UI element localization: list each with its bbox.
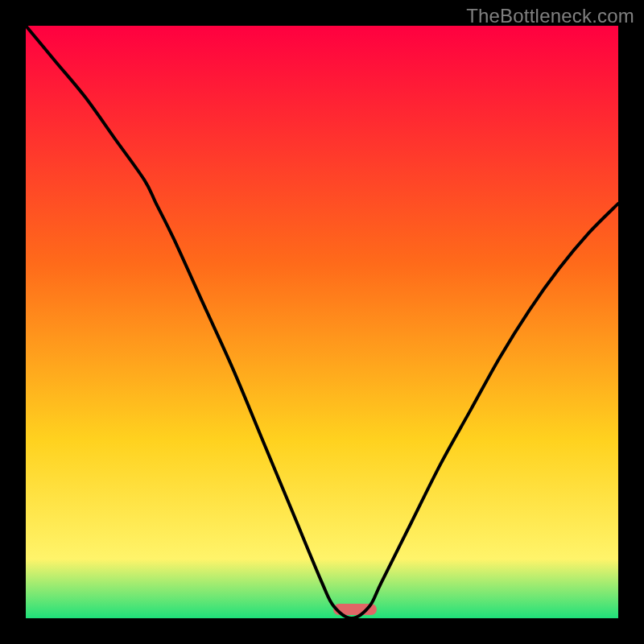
- chart-frame: TheBottleneck.com: [0, 0, 644, 644]
- bottleneck-curve: [26, 26, 618, 618]
- plot-area: [26, 26, 618, 618]
- watermark-text: TheBottleneck.com: [466, 5, 634, 27]
